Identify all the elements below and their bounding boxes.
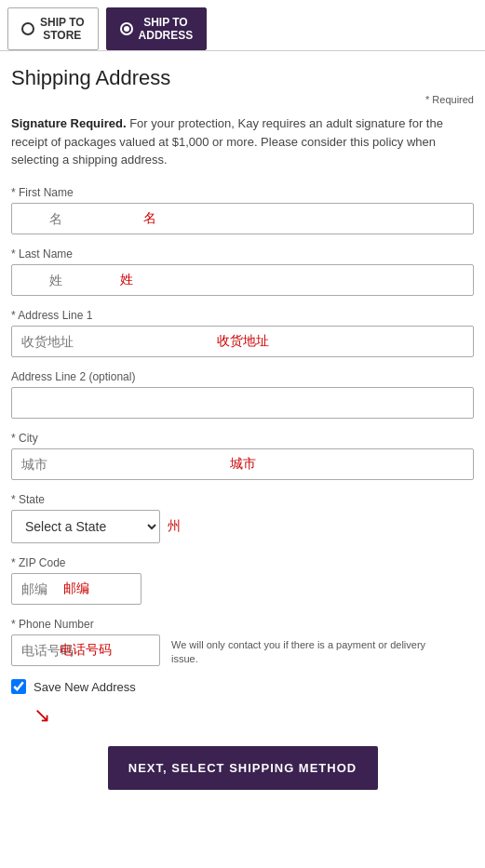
address2-input[interactable]	[11, 387, 474, 419]
signature-note: Signature Required. For your protection,…	[11, 114, 474, 169]
first-name-input[interactable]	[11, 203, 474, 234]
arrow-note: ↘	[34, 703, 474, 728]
last-name-label: * Last Name	[11, 247, 474, 260]
city-group: * City 城市	[11, 432, 474, 480]
required-note: * Required	[11, 94, 474, 105]
state-row: Select a State Alabama Alaska Arizona Ca…	[11, 510, 474, 543]
form-content: Shipping Address * Required Signature Re…	[0, 51, 485, 805]
page-title: Shipping Address	[11, 66, 474, 90]
save-address-checkbox[interactable]	[11, 679, 26, 694]
signature-bold: Signature Required.	[11, 116, 127, 130]
state-select[interactable]: Select a State Alabama Alaska Arizona Ca…	[11, 510, 160, 543]
address1-group: * Address Line 1 收货地址	[11, 309, 474, 357]
address2-label: Address Line 2 (optional)	[11, 370, 474, 383]
last-name-field-wrapper: 姓	[11, 264, 474, 296]
address2-group: Address Line 2 (optional)	[11, 370, 474, 419]
ship-to-store-label: SHIP TO STORE	[40, 16, 85, 42]
address1-input[interactable]	[11, 326, 474, 357]
ship-to-store-radio	[21, 22, 34, 35]
zip-input[interactable]	[11, 573, 141, 605]
phone-note: We will only contact you if there is a p…	[171, 634, 432, 667]
first-name-group: * First Name 名	[11, 186, 474, 234]
city-label: * City	[11, 432, 474, 445]
address1-field-wrapper: 收货地址	[11, 326, 474, 357]
next-button-wrapper: NEXT, SELECT SHIPPING METHOD	[11, 746, 474, 790]
ship-to-address-radio	[120, 22, 133, 35]
phone-input-wrapper: 电话号码	[11, 634, 160, 666]
phone-input[interactable]	[11, 634, 160, 666]
state-group: * State Select a State Alabama Alaska Ar…	[11, 493, 474, 543]
last-name-input[interactable]	[11, 264, 474, 296]
first-name-field-wrapper: 名	[11, 203, 474, 234]
first-name-label: * First Name	[11, 186, 474, 199]
phone-label: * Phone Number	[11, 618, 474, 631]
arrow-icon: ↘	[34, 703, 50, 727]
phone-row: 电话号码 We will only contact you if there i…	[11, 634, 474, 667]
ship-to-store-button[interactable]: SHIP TO STORE	[7, 7, 99, 50]
save-address-label[interactable]: Save New Address	[34, 680, 136, 694]
zip-group: * ZIP Code 邮编	[11, 556, 474, 605]
next-button[interactable]: NEXT, SELECT SHIPPING METHOD	[108, 746, 378, 790]
ship-to-address-label: SHIP TO ADDRESS	[139, 16, 194, 42]
save-address-row: Save New Address	[11, 679, 474, 694]
shipping-toggle: SHIP TO STORE SHIP TO ADDRESS	[0, 0, 485, 51]
zip-field-wrapper: 邮编	[11, 573, 141, 605]
city-field-wrapper: 城市	[11, 448, 474, 480]
phone-group: * Phone Number 电话号码 We will only contact…	[11, 618, 474, 667]
ship-to-address-button[interactable]: SHIP TO ADDRESS	[106, 7, 208, 50]
state-label: * State	[11, 493, 474, 506]
last-name-group: * Last Name 姓	[11, 247, 474, 296]
phone-field-wrapper: 电话号码	[11, 634, 160, 666]
address1-label: * Address Line 1	[11, 309, 474, 322]
zip-label: * ZIP Code	[11, 556, 474, 569]
state-chinese: 州	[168, 518, 181, 535]
city-input[interactable]	[11, 448, 474, 480]
